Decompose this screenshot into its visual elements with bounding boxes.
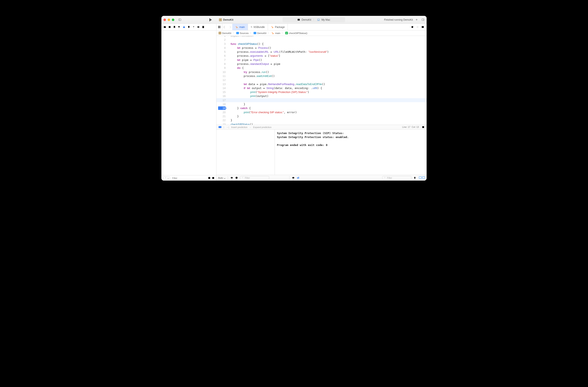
svg-rect-30 [212,177,214,179]
svg-rect-17 [218,26,219,27]
debug-memory-icon[interactable] [297,176,299,179]
svg-point-35 [236,177,237,177]
editor-status-bar: | →| Insert prediction ⌵ Expand predicti… [216,125,427,129]
svg-line-11 [180,27,180,28]
scheme-target: DemoKit [302,18,311,21]
adjust-editor-icon[interactable] [416,26,419,28]
report-navigator-icon[interactable] [202,26,205,28]
scm-filter-icon[interactable] [212,177,214,179]
variables-view[interactable] [216,129,275,175]
svg-rect-20 [220,27,220,28]
svg-point-12 [193,26,194,27]
scheme-chevron-icon: 〉 [313,18,315,22]
crumb-1[interactable]: Sources [240,32,249,34]
svg-point-32 [231,177,232,178]
svg-rect-3 [317,19,319,21]
folder-icon [236,32,239,34]
library-button[interactable]: ＋ [415,18,418,22]
toggle-inspector-button[interactable] [421,18,424,22]
crumb-0[interactable]: DemoKit [222,32,231,34]
code-editor[interactable]: 1234567891011121314151617181920212223 im… [216,36,427,125]
crumb-4[interactable]: checkSIPStatus() [289,32,307,34]
quicklook-icon[interactable] [231,176,233,179]
navigator-filter-bar [161,175,216,181]
project-title: DemoKit [223,18,233,21]
tab-nsbundle[interactable]: hNSBundle [248,24,268,30]
close-button[interactable] [164,19,166,21]
minimap-toggle-icon[interactable] [422,126,424,129]
source-control-navigator-icon[interactable] [168,26,171,28]
filter-scope-button[interactable] [163,176,170,179]
console-filter[interactable]: Filter [382,176,411,180]
console-output[interactable]: System Integrity Protection (SIP) Status… [275,129,427,175]
jump-bar[interactable]: DemoKit〉 Sources〉 DemoKit〉 main〉 ƒ check… [216,30,427,36]
svg-rect-31 [422,126,424,128]
minimize-button[interactable] [168,19,170,21]
info-icon[interactable] [235,176,238,179]
breakpoint-navigator-icon[interactable] [197,26,200,28]
nav-forward-button[interactable] [227,24,232,30]
toolbar: mainhNSBundlePackage [161,24,427,30]
svg-rect-41 [298,177,299,179]
run-button[interactable] [209,18,212,22]
editor-tabs: mainhNSBundlePackage [216,24,288,30]
swift-file-icon [271,26,274,29]
tab-label: NSBundle [253,26,265,29]
tab-package[interactable]: Package [268,24,288,30]
expand-prediction-label: Expand prediction [253,126,272,129]
project-icon [219,18,222,21]
mac-icon [317,18,320,21]
terminal-icon [297,18,300,21]
xcode-window: DemoKit DemoKit 〉 My Mac Finished runnin… [161,16,427,181]
svg-rect-5 [422,19,424,21]
insert-prediction-label: Insert prediction [231,126,248,129]
tab-label: Package [275,26,285,29]
crumb-3[interactable]: main [275,32,280,34]
swift-file-icon [271,32,274,35]
recent-files-icon[interactable] [208,177,210,179]
scheme-selector[interactable]: DemoKit 〉 My Mac [245,17,382,22]
debug-navigator-icon[interactable] [192,26,195,28]
find-navigator-icon[interactable] [178,26,181,28]
debug-area: System Integrity Protection (SIP) Status… [216,129,427,175]
header-file-icon: h [251,26,252,28]
swift-file-icon [235,26,238,29]
svg-rect-40 [297,177,298,179]
issue-navigator-icon[interactable] [183,26,185,28]
refresh-icon[interactable] [411,26,414,28]
navigator-selector [161,24,216,30]
svg-rect-13 [197,26,199,27]
clear-console-button[interactable] [414,176,416,179]
traffic-lights [164,19,174,21]
scheme-destination: My Mac [321,18,330,21]
zoom-button[interactable] [172,19,174,21]
variables-scope-button[interactable]: Auto [218,177,225,179]
svg-rect-0 [178,19,181,21]
related-items-button[interactable] [216,24,222,30]
folder-icon [253,32,256,34]
navigator-filter-input[interactable] [172,177,206,179]
debug-toolbar: Auto Filter Filter [216,175,427,181]
bookmark-navigator-icon[interactable] [173,26,176,28]
svg-point-10 [178,26,180,27]
nav-back-button[interactable] [222,24,227,30]
tab-main[interactable]: main [232,24,248,30]
crumb-2[interactable]: DemoKit [257,32,266,34]
titlebar: DemoKit DemoKit 〉 My Mac Finished runnin… [161,16,427,24]
function-icon: ƒ [285,32,288,34]
activity-status: Finished running DemoKit [384,18,413,21]
svg-rect-19 [218,27,219,28]
prediction-indicator-icon [218,126,221,128]
navigator-panel [161,30,216,181]
folder-navigator-icon[interactable] [164,26,166,28]
project-icon [218,32,221,34]
svg-rect-18 [220,26,220,27]
svg-rect-2 [297,19,300,21]
console-eye-icon[interactable] [292,176,295,179]
add-editor-icon[interactable] [421,26,424,28]
svg-point-39 [293,177,294,178]
variables-filter[interactable]: Filter [240,176,269,180]
debug-pane-toggle[interactable] [418,176,425,179]
toggle-navigator-button[interactable] [178,18,181,22]
test-navigator-icon[interactable] [188,26,190,28]
